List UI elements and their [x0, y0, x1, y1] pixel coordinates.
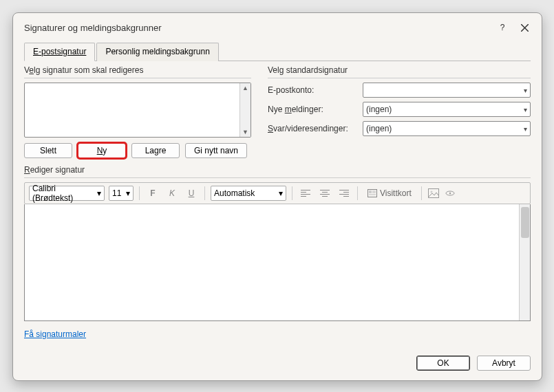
chevron-down-icon: ▾ [524, 106, 527, 113]
new-messages-combo[interactable]: (ingen) ▾ [363, 102, 531, 117]
rename-button[interactable]: Gi nytt navn [185, 143, 247, 158]
underline-button[interactable]: U [184, 186, 199, 201]
cancel-button[interactable]: Avbryt [477, 356, 531, 371]
align-left-button[interactable] [298, 186, 313, 201]
dialog-title: Signaturer og meldingsbakgrunner [24, 23, 161, 33]
scroll-up-icon[interactable]: ▲ [240, 83, 251, 93]
new-button[interactable]: Ny [78, 143, 126, 158]
svg-point-8 [430, 191, 432, 193]
save-button[interactable]: Lagre [131, 143, 180, 158]
bold-button[interactable]: F [145, 186, 160, 201]
account-label: E-postkonto: [268, 85, 357, 95]
italic-button[interactable]: K [164, 186, 180, 201]
insert-link-button[interactable] [444, 187, 456, 199]
listbox-scrollbar[interactable]: ▲ ▼ [239, 83, 251, 137]
toolbar-divider [357, 186, 358, 200]
edit-signature-label: Rediger signatur [24, 165, 531, 175]
chevron-down-icon: ▾ [524, 87, 527, 94]
signature-editor[interactable] [24, 204, 531, 321]
delete-button[interactable]: Slett [24, 143, 72, 158]
replies-label: Svar/videresendinger: [268, 124, 357, 133]
editor-toolbar: Calibri (Brødtekst) ▾ 11 ▾ F K U Automat… [24, 182, 531, 204]
font-family-combo[interactable]: Calibri (Brødtekst) ▾ [29, 186, 105, 201]
font-size-combo[interactable]: 11 ▾ [109, 186, 134, 201]
signatures-dialog: Signaturer og meldingsbakgrunner ? E-pos… [12, 12, 542, 381]
business-card-button[interactable]: Visittkort [363, 186, 416, 201]
chevron-down-icon: ▾ [126, 188, 130, 198]
tab-email-signature[interactable]: E-postsignatur [24, 43, 95, 61]
tabs: E-postsignatur Personlig meldingsbakgrun… [24, 42, 531, 61]
align-right-button[interactable] [337, 186, 352, 201]
svg-rect-3 [369, 190, 372, 193]
toolbar-divider [421, 186, 422, 200]
replies-combo[interactable]: (ingen) ▾ [363, 121, 531, 136]
insert-image-button[interactable] [427, 187, 440, 199]
close-icon[interactable] [517, 20, 532, 35]
align-center-button[interactable] [317, 186, 332, 201]
account-combo[interactable]: ▾ [363, 83, 531, 98]
default-signature-label: Velg standardsignatur [268, 65, 531, 75]
chevron-down-icon: ▾ [279, 188, 283, 198]
signature-listbox[interactable]: ▲ ▼ [24, 83, 251, 138]
scrollbar-thumb[interactable] [521, 207, 529, 238]
card-icon [367, 189, 377, 197]
font-color-combo[interactable]: Automatisk ▾ [211, 186, 286, 201]
ok-button[interactable]: OK [416, 356, 470, 371]
dialog-footer: OK Avbryt [13, 349, 542, 380]
toolbar-divider [139, 186, 140, 200]
select-signature-label: Velg signatur som skal redigeres [24, 65, 251, 75]
tab-personal-stationery[interactable]: Personlig meldingsbakgrunn [96, 43, 218, 61]
help-icon[interactable]: ? [495, 20, 510, 35]
scroll-down-icon[interactable]: ▼ [240, 127, 251, 137]
toolbar-divider [204, 186, 205, 200]
get-templates-link[interactable]: Få signaturmaler [24, 329, 86, 339]
svg-point-10 [449, 193, 451, 194]
chevron-down-icon: ▾ [97, 188, 101, 198]
editor-scrollbar[interactable] [519, 204, 530, 320]
chevron-down-icon: ▾ [524, 125, 527, 133]
new-messages-label: Nye meldinger: [268, 105, 357, 114]
titlebar: Signaturer og meldingsbakgrunner ? [13, 13, 542, 39]
toolbar-divider [292, 186, 292, 200]
